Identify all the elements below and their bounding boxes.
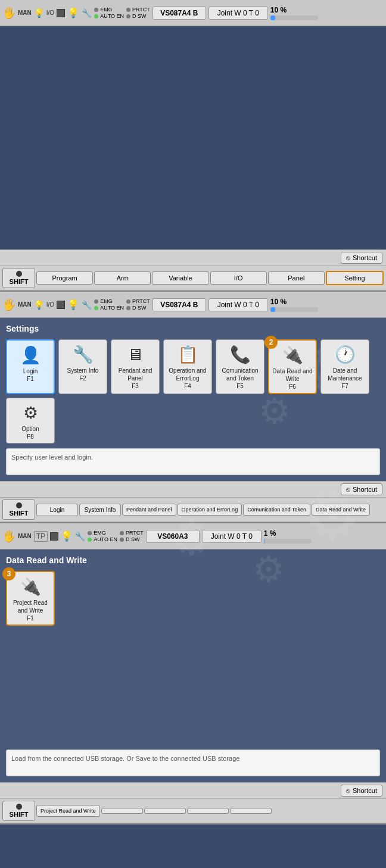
light-icon-3: 💡 (61, 530, 73, 542)
pendant-icon: 🖥 (127, 345, 144, 364)
nav2-sysinfo[interactable]: System Info (79, 504, 121, 516)
joint-label-3: Joint W 0 T 0 (202, 530, 262, 543)
io-icon: 💡 (34, 8, 44, 18)
nav-panel[interactable]: Panel (268, 271, 325, 285)
autoen-dot (94, 14, 98, 18)
drw-title: Data Read and Write (6, 555, 380, 565)
dsw-dot-2 (126, 306, 130, 310)
autoen-dot-2 (94, 306, 98, 310)
shortcut-button-2[interactable]: ⎋ Shortcut (341, 483, 382, 495)
viewport-1 (0, 26, 386, 249)
shortcut-bar-wrap-1: ⎋ Shortcut (0, 249, 386, 266)
percent-area-3: 1 % (264, 529, 384, 544)
emg-dot (94, 8, 98, 12)
settings-item-sysinfo[interactable]: 🔧 System InfoF2 (58, 339, 107, 394)
stop-square-2 (57, 301, 65, 309)
status-bar-3: 🖐 MAN TP 💡 🔧 EMG AUTO EN PRTCT D SW VS06… (0, 523, 386, 549)
settings-item-datetime[interactable]: 🕐 Date and MaintenanceF7 (320, 339, 369, 394)
option-icon: ⚙ (23, 403, 38, 423)
nav3-btn5[interactable] (230, 808, 272, 814)
nav2-comm[interactable]: Comunication and Token (243, 504, 310, 516)
prtct-dot-2 (126, 299, 130, 304)
man-label-3: MAN (18, 533, 32, 539)
shortcut-bar-3: ⎋ Shortcut (0, 782, 386, 798)
nav-bar-2: SHIFT Login System Info Pendant and Pane… (0, 497, 386, 522)
settings-panel: Settings ⚙ ⚙ 👤 LoginF1 🔧 System InfoF2 🖥 (0, 318, 386, 481)
nav-bar-1: SHIFT Program Arm Variable I/O Panel Set… (0, 266, 386, 291)
shortcut-button-1[interactable]: ⎋ Shortcut (341, 252, 382, 264)
nav3-btn2[interactable] (101, 808, 143, 814)
wrench-icon-1: 🔧 (82, 8, 92, 18)
robot-id-1: VS087A4 B (152, 7, 206, 20)
percent-area-1: 10 % (270, 6, 384, 20)
drw-grid: 3 🔌 Project Read and WriteF1 (6, 571, 380, 626)
shift-btn-3[interactable]: SHIFT (2, 801, 35, 821)
progress-bar-3 (264, 539, 312, 544)
nav-bar-3: SHIFT Project Read and Write (0, 798, 386, 823)
dataread-label: Data Read and WriteF6 (272, 367, 313, 391)
emg-dot-3 (88, 531, 92, 535)
io-icon-2: 💡 (34, 300, 44, 310)
robot-id-2: VS087A4 B (152, 298, 206, 311)
nav-arm[interactable]: Arm (94, 271, 151, 285)
shift-label-1: SHIFT (10, 278, 29, 285)
settings-item-comm[interactable]: 📞 Comunication and TokenF5 (216, 339, 264, 394)
shift-btn-1[interactable]: SHIFT (2, 268, 35, 288)
badge-2: 2 (264, 336, 278, 349)
emg-label-3: EMG (94, 530, 106, 536)
nav3-btn4[interactable] (187, 808, 229, 814)
prtct-label: PRTCT (132, 7, 150, 13)
percent-label-2: 10 % (270, 298, 287, 306)
stop-square-3 (50, 532, 58, 541)
man-label-2: MAN (18, 301, 32, 308)
prtct-indicators-2: PRTCT D SW (126, 298, 150, 311)
autoen-label-3: AUTO EN (94, 536, 117, 542)
shortcut-button-3[interactable]: ⎋ Shortcut (341, 785, 382, 797)
nav2-operation[interactable]: Operation and ErrorLog (178, 504, 242, 516)
status-bar-2: 🖐 MAN 💡 I/O 💡 🔧 EMG AUTO EN PRTCT D SW V… (0, 292, 386, 318)
man-label: MAN (18, 10, 32, 16)
section-1: 🖐 MAN 💡 I/O 💡 🔧 EMG AUTO EN PRTCT D SW V… (0, 0, 386, 292)
nav3-btn3[interactable] (144, 808, 186, 814)
nav-program[interactable]: Program (36, 271, 93, 285)
dsw-dot-3 (120, 538, 124, 542)
settings-item-pendant[interactable]: 🖥 Pendant and PanelF3 (111, 339, 160, 394)
nav3-project[interactable]: Project Read and Write (36, 805, 100, 817)
sysinfo-icon: 🔧 (73, 345, 94, 364)
light-icon-2: 💡 (67, 299, 79, 310)
nav2-pendant[interactable]: Pendant and Panel (122, 504, 176, 516)
nav2-dataread[interactable]: Data Read and Write (312, 504, 370, 516)
shortcut-label-3: Shortcut (353, 787, 377, 794)
badge-3: 3 (2, 567, 15, 580)
io-label: I/O (46, 10, 54, 16)
shift-label-2: SHIFT (10, 510, 29, 517)
shortcut-bar-2: ⎋ Shortcut (0, 481, 386, 497)
dsw-dot (126, 14, 130, 18)
shift-btn-2[interactable]: SHIFT (2, 499, 35, 520)
login-label: LoginF1 (23, 367, 38, 383)
nav-variable[interactable]: Variable (152, 271, 208, 285)
settings-item-operation[interactable]: 📋 Operation and ErrorLogF4 (163, 339, 212, 394)
comm-icon: 📞 (230, 345, 251, 364)
progress-bar-2 (270, 307, 318, 312)
settings-title: Settings (6, 324, 380, 333)
progress-fill-1 (270, 15, 275, 20)
settings-grid: 👤 LoginF1 🔧 System InfoF2 🖥 Pendant and … (6, 339, 380, 444)
settings-item-login[interactable]: 👤 LoginF1 (6, 339, 55, 394)
settings-item-dataread[interactable]: 2 🔌 Data Read and WriteF6 (268, 339, 317, 394)
operation-icon: 📋 (178, 345, 198, 364)
shift-label-3: SHIFT (10, 811, 29, 818)
login-icon: 👤 (20, 345, 41, 365)
settings-item-project[interactable]: 3 🔌 Project Read and WriteF1 (6, 571, 55, 626)
settings-item-option[interactable]: ⚙ OptionF8 (6, 398, 55, 444)
nav-setting[interactable]: Setting (326, 271, 384, 285)
shortcut-label-2: Shortcut (353, 486, 377, 493)
drw-description: Load from the connected USB storage. Or … (6, 750, 380, 776)
nav2-login[interactable]: Login (36, 504, 78, 516)
shortcut-icon-2: ⎋ (346, 486, 350, 493)
drw-panel: Data Read and Write ⚙ ⚙ ⚙ 3 🔌 Project Re… (0, 549, 386, 782)
prtct-label-2: PRTCT (132, 298, 150, 304)
nav-io[interactable]: I/O (210, 271, 267, 285)
drw-grid-wrap: ⚙ ⚙ ⚙ 3 🔌 Project Read and WriteF1 (6, 571, 380, 626)
sysinfo-label: System InfoF2 (67, 367, 99, 382)
